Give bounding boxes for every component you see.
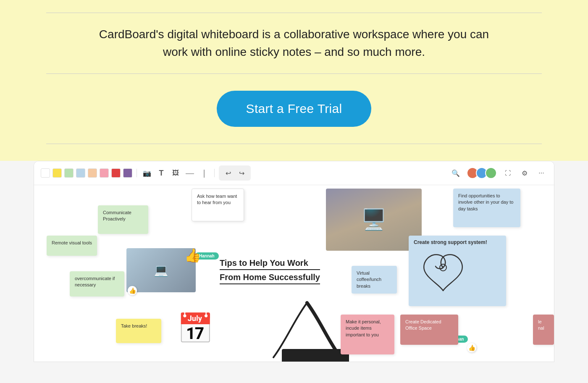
note-create-office[interactable]: Create Dedicated Office Space bbox=[400, 315, 458, 345]
hero-divider-top bbox=[46, 13, 542, 13]
note-partial-right[interactable]: lenal bbox=[533, 315, 554, 345]
color-swatch-pink[interactable] bbox=[100, 168, 109, 178]
hero-section: CardBoard's digital whiteboard is a coll… bbox=[0, 0, 588, 161]
tips-heading-line1: Tips to Help You Work bbox=[220, 257, 320, 270]
tips-heading: Tips to Help You Work From Home Successf… bbox=[220, 257, 320, 284]
cta-button[interactable]: Start a Free Trial bbox=[217, 91, 372, 127]
note-communicate[interactable]: Communicate Proactively bbox=[98, 205, 148, 234]
undo-redo-group: ↩ ↪ bbox=[219, 165, 251, 181]
color-swatch-purple[interactable] bbox=[123, 168, 132, 178]
note-overcommunicate[interactable]: overcommunicate if necessary bbox=[70, 271, 124, 296]
note-virtual-coffee[interactable]: Virtual coffee/lunch breaks bbox=[352, 266, 397, 294]
fullscreen-icon[interactable]: ⛶ bbox=[502, 167, 514, 179]
hero-divider-mid bbox=[46, 73, 542, 74]
line-icon[interactable]: — bbox=[184, 167, 196, 179]
camera-icon[interactable]: 📷 bbox=[141, 167, 153, 179]
divider-icon[interactable]: | bbox=[198, 167, 210, 179]
toolbar-separator-2 bbox=[214, 169, 215, 177]
search-icon[interactable]: 🔍 bbox=[450, 167, 462, 179]
tips-heading-line2: From Home Successfully bbox=[220, 272, 320, 284]
whiteboard-section: 📷 T 🖼 — | ↩ ↪ 🔍 ⛶ ⚙ ··· Remot bbox=[34, 161, 554, 362]
note-make-personal[interactable]: Make it personal, incude items important… bbox=[341, 315, 394, 354]
undo-button[interactable]: ↩ bbox=[222, 167, 234, 179]
note-find-opps[interactable]: Find opportunities to involve other in y… bbox=[453, 189, 520, 227]
avatar-user-3 bbox=[485, 167, 497, 179]
color-swatch-yellow[interactable] bbox=[52, 168, 62, 178]
color-swatch-blue-light[interactable] bbox=[76, 168, 85, 178]
note-create-support[interactable]: Create strong support system! bbox=[409, 236, 506, 306]
monitor-photo: 🖥️ bbox=[326, 189, 422, 251]
color-swatch-red[interactable] bbox=[111, 168, 121, 178]
toolbar-left: 📷 T 🖼 — | ↩ ↪ bbox=[41, 165, 251, 181]
color-swatch-white[interactable] bbox=[41, 168, 50, 178]
toolbar-separator-1 bbox=[136, 169, 137, 177]
redo-button[interactable]: ↪ bbox=[236, 167, 247, 179]
settings-icon[interactable]: ⚙ bbox=[519, 167, 530, 179]
note-ask-how[interactable]: Ask how team want to hear from you bbox=[192, 189, 244, 221]
like-icon-laptop[interactable]: 👍 bbox=[128, 286, 137, 295]
canvas-area: Remote visual tools Communicate Proactiv… bbox=[34, 185, 554, 362]
thumbs-up-icon: 👍 bbox=[184, 247, 201, 263]
toolbar: 📷 T 🖼 — | ↩ ↪ 🔍 ⛶ ⚙ ··· bbox=[34, 161, 554, 185]
text-icon[interactable]: T bbox=[155, 167, 167, 179]
image-icon[interactable]: 🖼 bbox=[170, 167, 181, 179]
toolbar-right: 🔍 ⛶ ⚙ ··· bbox=[450, 167, 547, 179]
color-swatch-peach[interactable] bbox=[88, 168, 97, 178]
more-icon[interactable]: ··· bbox=[536, 167, 547, 179]
support-title: Create strong support system! bbox=[414, 239, 501, 246]
hero-description: CardBoard's digital whiteboard is a coll… bbox=[94, 26, 494, 61]
avatar-group bbox=[467, 167, 497, 179]
calendar-icon: 📅 bbox=[177, 311, 213, 346]
black-bar bbox=[282, 349, 349, 362]
note-remote[interactable]: Remote visual tools bbox=[47, 236, 97, 256]
note-take-breaks[interactable]: Take breaks! bbox=[116, 319, 161, 343]
arm-drawing bbox=[414, 249, 472, 295]
color-swatch-green[interactable] bbox=[64, 168, 74, 178]
hero-divider-bottom bbox=[46, 144, 542, 144]
like-icon-iman[interactable]: 👍 bbox=[467, 343, 476, 352]
